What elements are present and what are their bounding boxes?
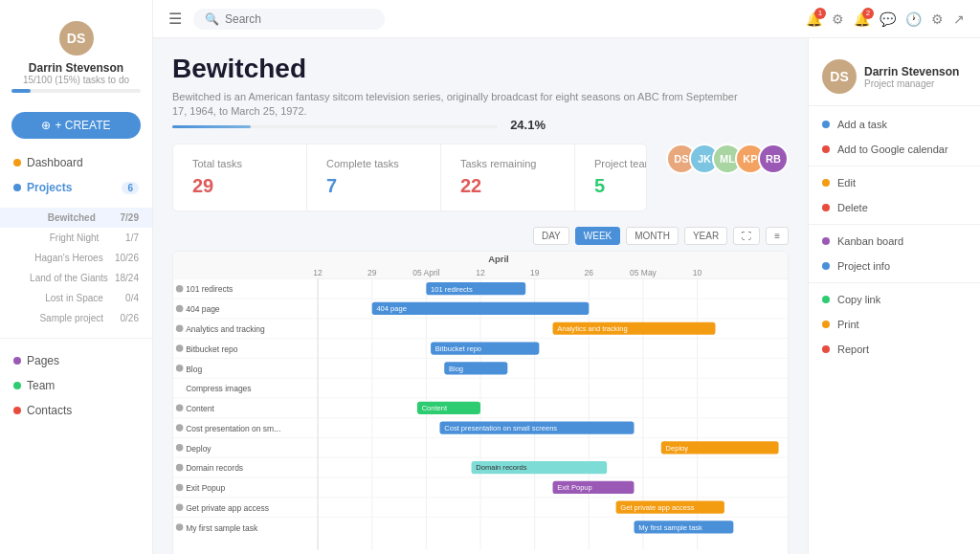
remaining-label: Tasks remaining — [460, 158, 555, 169]
topbar-icons: 🔔1 ⚙ 🔔2 💬 🕐 ⚙ ↗ — [806, 11, 965, 27]
rp-dot-print — [822, 321, 830, 328]
user-progress-bar — [11, 89, 141, 93]
svg-point-32 — [176, 285, 184, 293]
nav-dot-team — [13, 382, 21, 389]
team-value: 5 — [594, 175, 647, 197]
settings-icon[interactable]: ⚙ — [931, 11, 944, 27]
svg-text:Exit Popup: Exit Popup — [557, 483, 592, 492]
svg-point-38 — [176, 344, 184, 352]
remaining-value: 22 — [460, 175, 555, 197]
gantt-controls: DAY WEEK MONTH YEAR ⛶ ≡ — [172, 227, 789, 245]
sidebar-item-projects[interactable]: Projects 6 — [0, 175, 152, 200]
search-input[interactable] — [225, 12, 359, 26]
nav-label-dashboard: Dashboard — [27, 156, 83, 169]
view-month-btn[interactable]: MONTH — [626, 227, 679, 245]
clock-icon[interactable]: 🕐 — [905, 11, 922, 27]
rp-add-calendar[interactable]: Add to Google calendar — [809, 137, 980, 162]
total-tasks-label: Total tasks — [192, 158, 287, 169]
sidebar-item-contacts[interactable]: Contacts — [0, 398, 152, 423]
svg-text:101 redirects: 101 redirects — [186, 284, 233, 294]
sidebar-project-lost-space[interactable]: Lost in Space 0/4 — [0, 288, 152, 308]
svg-point-51 — [176, 483, 184, 491]
sidebar: DS Darrin Stevenson 15/100 (15%) tasks t… — [0, 0, 153, 554]
rp-kanban[interactable]: Kanban board — [809, 229, 980, 254]
rp-copy-label: Copy link — [837, 294, 880, 305]
search-wrap[interactable]: 🔍 — [193, 9, 385, 30]
menu-icon[interactable]: ☰ — [168, 10, 182, 28]
rp-project-info[interactable]: Project info — [809, 254, 980, 278]
create-button[interactable]: ⊕ + CREATE — [11, 112, 141, 139]
gantt-chart: April 12 29 05 April 12 19 26 05 May 10 — [172, 251, 789, 554]
rp-add-task[interactable]: Add a task — [809, 112, 980, 137]
rp-kanban-label: Kanban board — [837, 235, 903, 247]
svg-point-40 — [176, 365, 184, 372]
nav-badge-projects: 6 — [122, 182, 139, 194]
star-icon[interactable]: ⚙ — [832, 11, 844, 27]
rp-dot-report — [822, 345, 830, 353]
page-description: Bewitched is an American fantasy sitcom … — [172, 90, 746, 120]
rp-dot-calendar — [822, 145, 830, 153]
svg-text:Domain records: Domain records — [476, 463, 526, 472]
create-icon: ⊕ — [41, 119, 51, 132]
sidebar-project-land-giants[interactable]: Land of the Giants 18/24 — [0, 268, 152, 288]
rp-divider-2 — [809, 224, 980, 225]
team-label: Project team — [594, 158, 647, 169]
svg-text:12: 12 — [476, 267, 485, 277]
rp-copy-link[interactable]: Copy link — [809, 287, 980, 312]
svg-point-47 — [176, 444, 184, 452]
team-avatars: DS JK ML KP RB — [666, 144, 789, 174]
svg-text:Domain records: Domain records — [186, 463, 243, 473]
nav-label-team: Team — [27, 379, 55, 392]
user-tasks-label: 15/100 (15%) tasks to do — [23, 75, 129, 85]
view-day-btn[interactable]: DAY — [533, 227, 569, 245]
stat-total-tasks: Total tasks 29 — [173, 144, 307, 211]
user-profile: DS Darrin Stevenson 15/100 (15%) tasks t… — [0, 11, 152, 104]
total-tasks-value: 29 — [192, 175, 287, 197]
project-name-fright-night: Fright Night — [50, 233, 100, 243]
page-progress-fill — [172, 125, 251, 128]
rp-delete[interactable]: Delete — [809, 195, 980, 220]
project-name-sample: Sample project — [39, 313, 103, 323]
svg-text:Cost presentation on sm...: Cost presentation on sm... — [186, 424, 280, 433]
bell-icon[interactable]: 🔔1 — [806, 11, 822, 27]
nav-dot-pages — [13, 357, 21, 365]
create-label: + CREATE — [55, 119, 110, 132]
nav-dot-contacts — [13, 407, 21, 414]
nav-section-secondary: Pages Team Contacts — [0, 344, 152, 427]
rp-dot-edit — [822, 179, 830, 187]
sidebar-project-fright-night[interactable]: Fright Night 1/7 — [0, 228, 152, 248]
svg-text:12: 12 — [313, 267, 323, 277]
view-week-btn[interactable]: WEEK — [575, 227, 620, 245]
svg-text:29: 29 — [368, 267, 377, 277]
notification-icon[interactable]: 🔔2 — [854, 11, 870, 27]
topbar: ☰ 🔍 🔔1 ⚙ 🔔2 💬 🕐 ⚙ ↗ — [153, 0, 980, 38]
svg-text:Get private app access: Get private app access — [186, 503, 269, 513]
page-title: Bewitched — [172, 54, 789, 84]
rp-edit[interactable]: Edit — [809, 170, 980, 195]
sidebar-project-bewitched[interactable]: Bewitched 7/29 — [0, 208, 152, 228]
project-name-lost-space: Lost in Space — [45, 293, 103, 303]
progress-percent: 24.1% — [510, 118, 546, 132]
sidebar-item-pages[interactable]: Pages — [0, 348, 152, 373]
exit-icon[interactable]: ↗ — [953, 11, 965, 27]
svg-text:Compress images: Compress images — [186, 384, 251, 393]
sidebar-divider — [0, 338, 152, 339]
sidebar-item-team[interactable]: Team — [0, 373, 152, 398]
rp-print[interactable]: Print — [809, 312, 980, 337]
svg-text:101 redirects: 101 redirects — [431, 284, 473, 293]
sidebar-project-hagans-heroes[interactable]: Hagan's Heroes 10/26 — [0, 248, 152, 268]
sidebar-item-dashboard[interactable]: Dashboard — [0, 150, 152, 175]
svg-text:Blog: Blog — [449, 364, 463, 372]
svg-text:404 page: 404 page — [376, 304, 406, 313]
svg-text:My first sample task: My first sample task — [186, 523, 258, 533]
nav-dot-dashboard — [13, 159, 21, 166]
view-year-btn[interactable]: YEAR — [684, 227, 727, 245]
rp-report[interactable]: Report — [809, 337, 980, 362]
rp-dot-delete — [822, 204, 830, 211]
rp-dot-copy — [822, 296, 830, 303]
svg-text:Cost presentation on small scr: Cost presentation on small screens — [444, 424, 557, 432]
sidebar-project-sample[interactable]: Sample project 0/26 — [0, 308, 152, 328]
chat-icon[interactable]: 💬 — [880, 11, 896, 27]
gantt-filter-btn[interactable]: ≡ — [766, 227, 789, 245]
gantt-expand-btn[interactable]: ⛶ — [733, 227, 760, 245]
